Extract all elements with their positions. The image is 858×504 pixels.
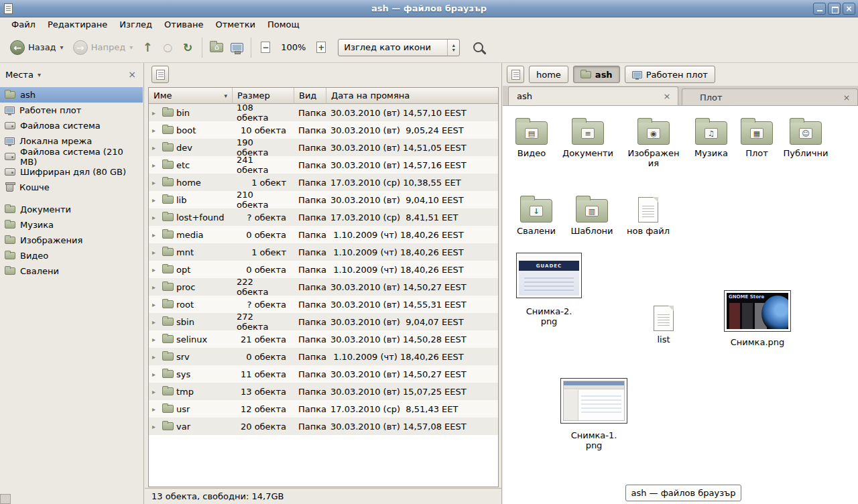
sidebar-item-ash[interactable]: ash — [0, 87, 143, 103]
home-button[interactable]: ⌂ — [206, 38, 227, 58]
view-mode-select[interactable]: Изглед като икони ▴ ▾ — [338, 39, 460, 56]
column-header-type[interactable]: Вид — [294, 88, 326, 104]
expander-icon[interactable]: ▸ — [152, 249, 160, 256]
expander-icon[interactable]: ▸ — [152, 371, 160, 378]
back-dropdown-icon[interactable]: ▾ — [60, 44, 64, 51]
column-header-size[interactable]: Размер — [233, 88, 294, 104]
folder-item-templates[interactable]: ▥ Шаблони — [564, 192, 620, 236]
taskbar-window-button[interactable]: ash — файлов браузър — [625, 485, 741, 501]
up-button[interactable]: ↑ — [137, 38, 158, 58]
path-button-ash[interactable]: ash — [573, 66, 620, 83]
sidebar-item-volume-210mb[interactable]: Файлова система (210 MB) — [0, 149, 143, 164]
expander-icon[interactable]: ▸ — [152, 144, 160, 151]
folder-item-video[interactable]: ▤ Видео — [503, 114, 560, 158]
menu-bookmarks[interactable]: Отметки — [209, 17, 261, 32]
table-row[interactable]: ▸ proc 222 обекта Папка 30.03.2010 (вт) … — [149, 278, 498, 296]
table-row[interactable]: ▸ selinux 21 обекта Папка 30.03.2010 (вт… — [149, 330, 498, 348]
titlebar[interactable]: ash — файлов браузър × — [0, 0, 858, 17]
folder-item-desktop[interactable]: ▦ Плот — [729, 114, 785, 158]
table-row[interactable]: ▸ lib 210 обекта Папка 30.03.2010 (вт) 9… — [149, 191, 498, 208]
expander-icon[interactable]: ▸ — [152, 405, 160, 413]
location-bar-toggle-button[interactable] — [151, 66, 169, 83]
expander-icon[interactable]: ▸ — [152, 301, 160, 308]
zoom-in-button[interactable]: + — [311, 38, 331, 58]
file-item-new-file[interactable]: нов файл — [620, 192, 676, 236]
table-row[interactable]: ▸ dev 190 обекта Папка 30.03.2010 (вт) 1… — [149, 139, 498, 156]
expander-icon[interactable]: ▸ — [152, 284, 160, 291]
computer-button[interactable] — [227, 38, 247, 58]
table-row[interactable]: ▸ lost+found ? обекта Папка 17.03.2010 (… — [149, 208, 498, 226]
table-row[interactable]: ▸ sbin 272 обекта Папка 30.03.2010 (вт) … — [149, 313, 498, 330]
column-header-date[interactable]: Дата на промяна — [326, 88, 498, 104]
tab-ash[interactable]: ash × — [508, 86, 678, 105]
folder-item-pictures[interactable]: ◉ Изображения — [626, 114, 681, 168]
folder-item-downloads[interactable]: ↓ Свалени — [508, 192, 564, 236]
search-button[interactable] — [467, 37, 489, 58]
tab-close-icon[interactable]: × — [841, 92, 852, 103]
expander-icon[interactable]: ▸ — [152, 353, 160, 361]
sidebar-item-documents[interactable]: Документи — [0, 202, 143, 217]
back-button[interactable]: ← Назад ▾ — [5, 38, 68, 58]
path-button-home[interactable]: home — [529, 66, 568, 83]
folder-item-public[interactable]: ☺ Публични — [778, 114, 834, 158]
table-row[interactable]: ▸ bin 108 обекта Папка 30.03.2010 (вт) 1… — [149, 104, 498, 121]
expander-icon[interactable]: ▸ — [152, 266, 160, 273]
menu-view[interactable]: Изглед — [113, 17, 158, 32]
icon-view[interactable]: ▤ Видео ≡ Документи ◉ Изображения ♫ Музи… — [503, 106, 858, 504]
expander-icon[interactable]: ▸ — [152, 162, 160, 169]
expander-icon[interactable]: ▸ — [152, 231, 160, 239]
spinner-icon[interactable]: ▴ ▾ — [447, 40, 459, 56]
sidebar-item-video[interactable]: Видео — [0, 248, 143, 263]
menu-edit[interactable]: Редактиране — [42, 17, 113, 32]
expander-icon[interactable]: ▸ — [152, 423, 160, 430]
sidebar-item-filesystem[interactable]: Файлова система — [0, 118, 143, 133]
expander-icon[interactable]: ▸ — [152, 127, 160, 134]
sidebar-item-desktop[interactable]: Работен плот — [0, 103, 143, 118]
expander-icon[interactable]: ▸ — [152, 196, 160, 204]
table-row[interactable]: ▸ usr 12 обекта Папка 17.03.2010 (ср) 8,… — [149, 400, 498, 418]
table-row[interactable]: ▸ tmp 13 обекта Папка 30.03.2010 (вт) 15… — [149, 383, 498, 400]
menu-help[interactable]: Помощ — [261, 17, 306, 32]
minimize-button[interactable] — [813, 3, 826, 15]
sidebar-item-pictures[interactable]: Изображения — [0, 233, 143, 248]
table-row[interactable]: ▸ opt 0 обекта Папка 1.10.2009 (чт) 18,4… — [149, 261, 498, 278]
table-row[interactable]: ▸ media 0 обекта Папка 1.10.2009 (чт) 18… — [149, 226, 498, 243]
table-row[interactable]: ▸ root ? обекта Папка 30.03.2010 (вт) 14… — [149, 296, 498, 313]
table-row[interactable]: ▸ boot 10 обекта Папка 30.03.2010 (вт) 9… — [149, 121, 498, 139]
table-row[interactable]: ▸ var 20 обекта Папка 30.03.2010 (вт) 14… — [149, 418, 498, 435]
expander-icon[interactable]: ▸ — [152, 214, 160, 221]
menu-go[interactable]: Отиване — [158, 17, 209, 32]
places-selector[interactable]: Места ▾ — [5, 70, 41, 80]
table-row[interactable]: ▸ mnt 1 обект Папка 1.10.2009 (чт) 18,40… — [149, 243, 498, 261]
expander-icon[interactable]: ▸ — [152, 109, 160, 117]
table-row[interactable]: ▸ sys 11 обекта Папка 30.03.2010 (вт) 14… — [149, 365, 498, 383]
expander-icon[interactable]: ▸ — [152, 318, 160, 326]
table-row[interactable]: ▸ srv 0 обекта Папка 1.10.2009 (чт) 18,4… — [149, 348, 498, 365]
maximize-button[interactable] — [828, 3, 841, 15]
expander-icon[interactable]: ▸ — [152, 388, 160, 395]
table-row[interactable]: ▸ etc 241 обекта Папка 30.03.2010 (вт) 1… — [149, 156, 498, 174]
reload-button[interactable]: ↻ — [178, 38, 198, 58]
column-header-name[interactable]: Име ▾ — [149, 88, 233, 104]
path-button-desktop[interactable]: Работен плот — [625, 66, 715, 83]
tab-close-icon[interactable]: × — [662, 91, 672, 102]
image-item-snimka[interactable]: GNOME Store Снимка.png — [721, 290, 794, 347]
image-item-snimka1[interactable]: Снимка-1.png — [558, 378, 630, 450]
sidebar-close-button[interactable]: × — [126, 69, 138, 80]
sidebar-item-encrypted-80gb[interactable]: Шифриран дял (80 GB) — [0, 164, 143, 180]
file-item-list[interactable]: list — [644, 300, 684, 344]
image-item-snimka2[interactable]: GUADEC Снимка-2.png — [513, 253, 585, 326]
close-button[interactable]: × — [843, 3, 855, 15]
sidebar-item-downloads[interactable]: Свалени — [0, 263, 143, 279]
zoom-out-button[interactable]: − — [255, 38, 275, 58]
tab-desktop[interactable]: Плот × — [682, 88, 858, 105]
expander-icon[interactable]: ▸ — [152, 179, 160, 186]
expander-icon[interactable]: ▸ — [152, 336, 160, 343]
table-row[interactable]: ▸ home 1 обект Папка 17.03.2010 (ср) 10,… — [149, 174, 498, 191]
forward-button[interactable]: → Напред ▾ — [68, 38, 138, 58]
sidebar-item-trash[interactable]: Кошче — [0, 180, 143, 195]
location-bar-toggle-button[interactable] — [507, 66, 524, 83]
folder-item-documents[interactable]: ≡ Документи — [560, 114, 616, 158]
menu-file[interactable]: Файл — [5, 17, 42, 32]
sidebar-item-music[interactable]: Музика — [0, 217, 143, 233]
